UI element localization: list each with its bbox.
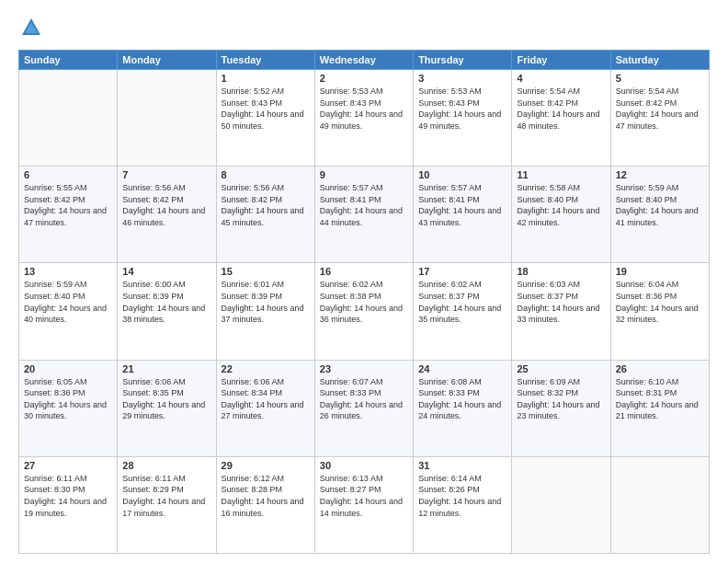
sunset-text: Sunset: 8:42 PM xyxy=(616,98,677,108)
calendar-cell: 5Sunrise: 5:54 AMSunset: 8:42 PMDaylight… xyxy=(610,70,709,167)
sunset-text: Sunset: 8:42 PM xyxy=(222,195,283,204)
sunrise-text: Sunrise: 5:54 AM xyxy=(517,86,580,96)
sunrise-text: Sunrise: 5:53 AM xyxy=(320,86,383,96)
cell-content: Sunrise: 5:54 AMSunset: 8:42 PMDaylight:… xyxy=(616,86,704,132)
day-number: 3 xyxy=(418,73,506,84)
calendar-cell: 30Sunrise: 6:13 AMSunset: 8:27 PMDayligh… xyxy=(314,456,413,553)
sunrise-text: Sunrise: 6:08 AM xyxy=(418,377,482,386)
daylight-text: Daylight: 14 hours and 48 minutes. xyxy=(517,109,599,131)
cell-content: Sunrise: 5:56 AMSunset: 8:42 PMDaylight:… xyxy=(122,182,210,228)
cell-content: Sunrise: 5:59 AMSunset: 8:40 PMDaylight:… xyxy=(616,182,704,228)
calendar-cell xyxy=(118,70,216,167)
cell-content: Sunrise: 5:53 AMSunset: 8:43 PMDaylight:… xyxy=(418,86,506,132)
cell-content: Sunrise: 6:03 AMSunset: 8:37 PMDaylight:… xyxy=(517,279,605,325)
sunrise-text: Sunrise: 5:55 AM xyxy=(24,183,87,192)
cell-content: Sunrise: 5:58 AMSunset: 8:40 PMDaylight:… xyxy=(517,182,605,228)
calendar-cell: 20Sunrise: 6:05 AMSunset: 8:36 PMDayligh… xyxy=(19,360,118,456)
sunrise-text: Sunrise: 5:52 AM xyxy=(222,86,285,96)
calendar-cell: 8Sunrise: 5:56 AMSunset: 8:42 PMDaylight… xyxy=(216,167,314,263)
logo xyxy=(18,15,48,40)
calendar-cell: 12Sunrise: 5:59 AMSunset: 8:40 PMDayligh… xyxy=(610,167,709,263)
calendar-cell: 21Sunrise: 6:06 AMSunset: 8:35 PMDayligh… xyxy=(118,360,216,456)
sunrise-text: Sunrise: 6:06 AM xyxy=(122,377,186,386)
day-number: 12 xyxy=(616,169,704,180)
sunrise-text: Sunrise: 6:04 AM xyxy=(616,280,679,289)
day-number: 22 xyxy=(222,363,310,374)
calendar-week-5: 27Sunrise: 6:11 AMSunset: 8:30 PMDayligh… xyxy=(19,456,710,553)
calendar-header-wednesday: Wednesday xyxy=(314,51,413,70)
sunset-text: Sunset: 8:35 PM xyxy=(122,388,184,397)
sunrise-text: Sunrise: 6:03 AM xyxy=(517,280,580,289)
cell-content: Sunrise: 5:59 AMSunset: 8:40 PMDaylight:… xyxy=(24,279,112,325)
sunset-text: Sunset: 8:41 PM xyxy=(320,195,381,204)
daylight-text: Daylight: 14 hours and 23 minutes. xyxy=(517,400,599,421)
calendar-header-row: SundayMondayTuesdayWednesdayThursdayFrid… xyxy=(19,51,710,70)
calendar-cell: 22Sunrise: 6:06 AMSunset: 8:34 PMDayligh… xyxy=(216,360,314,456)
day-number: 24 xyxy=(418,363,506,374)
sunrise-text: Sunrise: 6:05 AM xyxy=(24,377,87,386)
calendar-cell xyxy=(19,70,118,167)
sunrise-text: Sunrise: 5:59 AM xyxy=(616,183,679,192)
calendar-cell: 11Sunrise: 5:58 AMSunset: 8:40 PMDayligh… xyxy=(512,167,610,263)
day-number: 8 xyxy=(222,169,310,180)
sunset-text: Sunset: 8:42 PM xyxy=(24,195,85,204)
calendar-week-3: 13Sunrise: 5:59 AMSunset: 8:40 PMDayligh… xyxy=(19,263,710,360)
calendar-body: 1Sunrise: 5:52 AMSunset: 8:43 PMDaylight… xyxy=(19,70,710,554)
calendar-cell: 25Sunrise: 6:09 AMSunset: 8:32 PMDayligh… xyxy=(512,360,610,456)
calendar-cell: 28Sunrise: 6:11 AMSunset: 8:29 PMDayligh… xyxy=(118,456,216,553)
sunrise-text: Sunrise: 6:12 AM xyxy=(222,474,285,483)
calendar-cell: 31Sunrise: 6:14 AMSunset: 8:26 PMDayligh… xyxy=(414,456,512,553)
sunset-text: Sunset: 8:40 PM xyxy=(616,195,677,204)
calendar-cell: 1Sunrise: 5:52 AMSunset: 8:43 PMDaylight… xyxy=(216,70,314,167)
cell-content: Sunrise: 6:08 AMSunset: 8:33 PMDaylight:… xyxy=(418,376,506,422)
logo-icon xyxy=(18,15,44,40)
day-number: 1 xyxy=(222,73,310,84)
calendar-cell: 18Sunrise: 6:03 AMSunset: 8:37 PMDayligh… xyxy=(512,263,610,360)
calendar-table: SundayMondayTuesdayWednesdayThursdayFrid… xyxy=(18,50,710,554)
daylight-text: Daylight: 14 hours and 46 minutes. xyxy=(122,206,205,227)
calendar-cell: 26Sunrise: 6:10 AMSunset: 8:31 PMDayligh… xyxy=(610,360,709,456)
calendar-cell: 17Sunrise: 6:02 AMSunset: 8:37 PMDayligh… xyxy=(414,263,512,360)
sunrise-text: Sunrise: 6:11 AM xyxy=(122,474,186,483)
day-number: 27 xyxy=(24,460,112,471)
day-number: 6 xyxy=(24,169,112,180)
daylight-text: Daylight: 14 hours and 41 minutes. xyxy=(616,206,699,227)
cell-content: Sunrise: 5:56 AMSunset: 8:42 PMDaylight:… xyxy=(222,182,310,228)
sunset-text: Sunset: 8:40 PM xyxy=(517,195,578,204)
calendar-week-4: 20Sunrise: 6:05 AMSunset: 8:36 PMDayligh… xyxy=(19,360,710,456)
sunrise-text: Sunrise: 5:59 AM xyxy=(24,280,87,289)
sunrise-text: Sunrise: 5:56 AM xyxy=(222,183,285,192)
daylight-text: Daylight: 14 hours and 35 minutes. xyxy=(418,304,501,325)
sunset-text: Sunset: 8:26 PM xyxy=(418,485,480,494)
calendar-cell: 4Sunrise: 5:54 AMSunset: 8:42 PMDaylight… xyxy=(512,70,610,167)
sunrise-text: Sunrise: 6:11 AM xyxy=(24,474,87,483)
calendar-header-monday: Monday xyxy=(118,51,216,70)
page: SundayMondayTuesdayWednesdayThursdayFrid… xyxy=(0,0,728,563)
day-number: 20 xyxy=(24,363,112,374)
daylight-text: Daylight: 14 hours and 12 minutes. xyxy=(418,497,501,518)
daylight-text: Daylight: 14 hours and 42 minutes. xyxy=(517,206,599,227)
cell-content: Sunrise: 6:04 AMSunset: 8:36 PMDaylight:… xyxy=(616,279,704,325)
calendar-cell: 19Sunrise: 6:04 AMSunset: 8:36 PMDayligh… xyxy=(610,263,709,360)
sunrise-text: Sunrise: 6:06 AM xyxy=(222,377,285,386)
sunrise-text: Sunrise: 6:01 AM xyxy=(222,280,285,289)
sunrise-text: Sunrise: 6:07 AM xyxy=(320,377,383,386)
sunset-text: Sunset: 8:34 PM xyxy=(222,388,283,397)
daylight-text: Daylight: 14 hours and 45 minutes. xyxy=(222,206,304,227)
day-number: 17 xyxy=(418,266,506,277)
sunrise-text: Sunrise: 6:09 AM xyxy=(517,377,580,386)
sunset-text: Sunset: 8:39 PM xyxy=(122,292,184,301)
calendar-header-tuesday: Tuesday xyxy=(216,51,314,70)
day-number: 23 xyxy=(320,363,408,374)
calendar-cell: 10Sunrise: 5:57 AMSunset: 8:41 PMDayligh… xyxy=(414,167,512,263)
calendar-cell: 29Sunrise: 6:12 AMSunset: 8:28 PMDayligh… xyxy=(216,456,314,553)
calendar-header-sunday: Sunday xyxy=(19,51,118,70)
cell-content: Sunrise: 5:54 AMSunset: 8:42 PMDaylight:… xyxy=(517,86,605,132)
sunset-text: Sunset: 8:43 PM xyxy=(222,98,283,108)
calendar-cell: 15Sunrise: 6:01 AMSunset: 8:39 PMDayligh… xyxy=(216,263,314,360)
daylight-text: Daylight: 14 hours and 37 minutes. xyxy=(222,304,304,325)
sunset-text: Sunset: 8:43 PM xyxy=(320,98,381,108)
cell-content: Sunrise: 6:14 AMSunset: 8:26 PMDaylight:… xyxy=(418,473,506,519)
daylight-text: Daylight: 14 hours and 40 minutes. xyxy=(24,304,107,325)
day-number: 29 xyxy=(222,460,310,471)
